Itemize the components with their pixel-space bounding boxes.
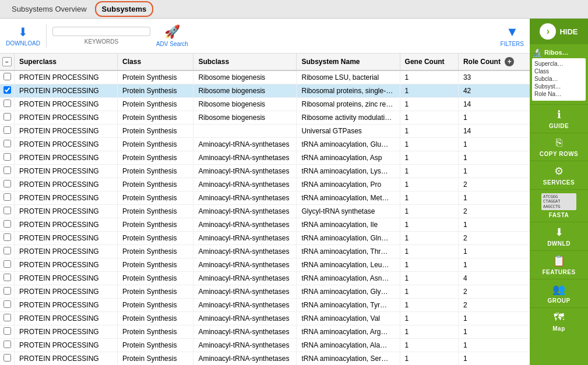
copy-rows-button[interactable]: ⎘ COPY ROWS (530, 133, 588, 161)
table-row[interactable]: PROTEIN PROCESSINGProtein SynthesisAmino… (0, 232, 530, 245)
table-row[interactable]: PROTEIN PROCESSINGProtein SynthesisAmino… (0, 285, 530, 299)
cell-gene-count: 1 (400, 125, 458, 138)
cell-subclass: Aminoacyl-tRNA-synthetases (193, 299, 297, 312)
fasta-button[interactable]: ATCGGG CTAGGAT AAGCCTG FASTA (530, 189, 588, 222)
row-checkbox[interactable] (3, 220, 11, 228)
table-row[interactable]: PROTEIN PROCESSINGProtein SynthesisUnive… (0, 125, 530, 138)
cell-superclass: PROTEIN PROCESSING (15, 84, 118, 98)
cell-class: Protein Synthesis (118, 138, 193, 151)
cell-subclass: Ribosome biogenesis (193, 98, 297, 111)
row-checkbox[interactable] (3, 341, 11, 348)
row-checkbox[interactable] (3, 73, 11, 80)
row-checkbox[interactable] (3, 300, 11, 308)
table-row[interactable]: PROTEIN PROCESSINGProtein SynthesisAmino… (0, 192, 530, 205)
cell-subsystem-name: tRNA aminoacylation, Ile (297, 218, 400, 232)
row-checkbox[interactable] (3, 207, 11, 214)
row-checkbox[interactable] (3, 193, 11, 201)
cell-superclass: PROTEIN PROCESSING (15, 111, 118, 125)
cell-role-count: 1 (458, 339, 530, 352)
table-row[interactable]: PROTEIN PROCESSINGProtein SynthesisAmino… (0, 325, 530, 339)
row-checkbox[interactable] (3, 287, 11, 295)
row-checkbox[interactable] (3, 314, 11, 321)
row-checkbox-cell (0, 339, 15, 352)
row-checkbox[interactable] (3, 180, 11, 187)
guide-button[interactable]: ℹ GUIDE (530, 104, 588, 133)
table-row[interactable]: PROTEIN PROCESSINGProtein SynthesisAmino… (0, 258, 530, 272)
table-row[interactable]: PROTEIN PROCESSINGProtein SynthesisAmino… (0, 138, 530, 151)
table-row[interactable]: PROTEIN PROCESSINGProtein SynthesisAmino… (0, 352, 530, 366)
row-checkbox[interactable] (3, 260, 11, 268)
dwnld-icon: ⬇ (555, 226, 564, 239)
cell-subsystem-name: tRNA aminoacylation, Leu… (297, 258, 400, 272)
table-row[interactable]: PROTEIN PROCESSINGProtein SynthesisAmino… (0, 178, 530, 192)
cell-gene-count: 1 (400, 299, 458, 312)
row-checkbox[interactable] (3, 354, 11, 362)
table-row[interactable]: PROTEIN PROCESSINGProtein SynthesisAmino… (0, 218, 530, 232)
row-checkbox[interactable] (3, 166, 11, 174)
features-button[interactable]: 📋 FEATURES (530, 250, 588, 279)
cell-gene-count: 1 (400, 138, 458, 151)
info-role-name: Role Na… (534, 91, 583, 97)
map-label: Map (552, 325, 565, 332)
cell-class: Protein Synthesis (118, 125, 193, 138)
info-class: Class (534, 68, 583, 75)
adv-search-button[interactable]: 🚀 ADV Search (156, 24, 188, 47)
download-button[interactable]: ⬇ DOWNLOAD (6, 25, 40, 47)
table-row[interactable]: PROTEIN PROCESSINGProtein SynthesisRibos… (0, 70, 530, 84)
row-checkbox[interactable] (3, 247, 11, 254)
cell-gene-count: 1 (400, 70, 458, 84)
dwnld-button[interactable]: ⬇ DWNLD (530, 222, 588, 250)
row-checkbox[interactable] (3, 100, 11, 107)
row-checkbox-cell (0, 138, 15, 151)
cell-gene-count: 1 (400, 352, 458, 366)
table-container[interactable]: − Superclass Class Subclass Subsystem Na… (0, 54, 530, 365)
cell-subsystem-name: tRNA aminoacylation, Gln… (297, 232, 400, 245)
row-checkbox[interactable] (3, 274, 11, 281)
row-checkbox-cell (0, 258, 15, 272)
cell-subclass: Aminoacyl-tRNA-synthetases (193, 151, 297, 165)
row-checkbox[interactable] (3, 113, 11, 121)
table-row[interactable]: PROTEIN PROCESSINGProtein SynthesisAmino… (0, 339, 530, 352)
row-checkbox[interactable] (3, 233, 11, 241)
sidebar-info-panel: Supercla… Class Subcla… Subsyst… Role Na… (532, 58, 586, 101)
table-row[interactable]: PROTEIN PROCESSINGProtein SynthesisAmino… (0, 205, 530, 218)
cell-subclass: Ribosome biogenesis (193, 111, 297, 125)
deselect-all-button[interactable]: − (2, 57, 12, 66)
table-row[interactable]: PROTEIN PROCESSINGProtein SynthesisAmino… (0, 151, 530, 165)
group-button[interactable]: 👥 GROUP (530, 279, 588, 307)
table-row[interactable]: PROTEIN PROCESSINGProtein SynthesisRibos… (0, 84, 530, 98)
row-checkbox[interactable] (3, 86, 11, 94)
cell-gene-count: 1 (400, 192, 458, 205)
table-row[interactable]: PROTEIN PROCESSINGProtein SynthesisAmino… (0, 245, 530, 258)
row-checkbox[interactable] (3, 126, 11, 134)
cell-role-count: 1 (458, 258, 530, 272)
table-row[interactable]: PROTEIN PROCESSINGProtein SynthesisAmino… (0, 299, 530, 312)
row-checkbox[interactable] (3, 140, 11, 147)
table-row[interactable]: PROTEIN PROCESSINGProtein SynthesisRibos… (0, 98, 530, 111)
filters-button[interactable]: ▼ FILTERS (501, 24, 524, 47)
cell-class: Protein Synthesis (118, 258, 193, 272)
services-button[interactable]: ⚙ SERVICES (530, 161, 588, 189)
row-checkbox[interactable] (3, 327, 11, 335)
keywords-label: KEYWORDS (84, 38, 118, 45)
table-row[interactable]: PROTEIN PROCESSINGProtein SynthesisAmino… (0, 165, 530, 178)
cell-class: Protein Synthesis (118, 84, 193, 98)
cell-class: Protein Synthesis (118, 285, 193, 299)
row-checkbox[interactable] (3, 153, 11, 161)
cell-subsystem-name: Glycyl-tRNA synthetase (297, 205, 400, 218)
cell-gene-count: 1 (400, 111, 458, 125)
map-button[interactable]: 🗺 Map (530, 307, 588, 335)
cell-gene-count: 1 (400, 285, 458, 299)
table-row[interactable]: PROTEIN PROCESSINGProtein SynthesisRibos… (0, 111, 530, 125)
add-column-button[interactable]: + (505, 57, 514, 66)
table-row[interactable]: PROTEIN PROCESSINGProtein SynthesisAmino… (0, 312, 530, 325)
nav-subsystems[interactable]: Subsystems (95, 1, 154, 17)
nav-subsystems-overview[interactable]: Subsystems Overview (6, 2, 93, 16)
cell-subclass: Aminoacyl-tRNA-synthetases (193, 285, 297, 299)
hide-button[interactable]: › HIDE (530, 19, 588, 44)
cell-subclass: Aminoacyl-tRNA-synthetases (193, 339, 297, 352)
table-row[interactable]: PROTEIN PROCESSINGProtein SynthesisAmino… (0, 272, 530, 285)
cell-superclass: PROTEIN PROCESSING (15, 165, 118, 178)
cell-superclass: PROTEIN PROCESSING (15, 258, 118, 272)
search-input[interactable] (52, 27, 150, 36)
